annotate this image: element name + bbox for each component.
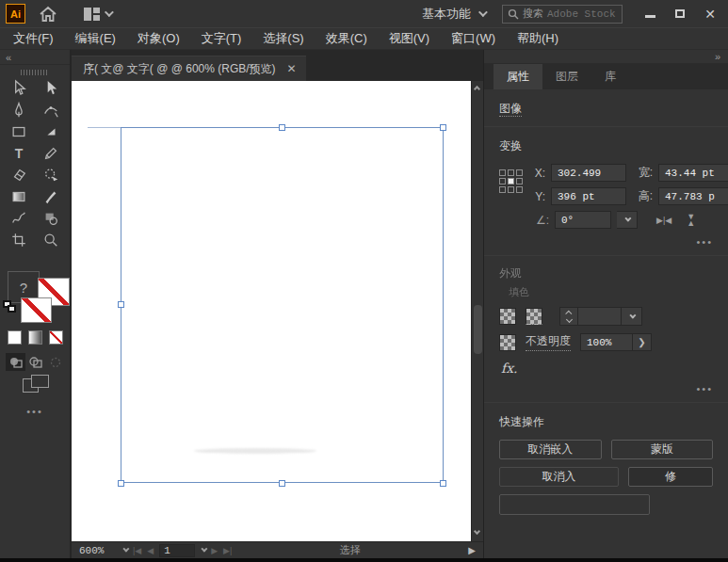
scrollbar-thumb[interactable] xyxy=(474,305,482,354)
menu-effect[interactable]: 效果(C) xyxy=(326,30,367,47)
flip-horizontal-icon[interactable]: ▶|◀ xyxy=(656,216,671,225)
opacity-field[interactable]: 100% xyxy=(580,333,633,351)
selection-tool[interactable] xyxy=(3,77,35,99)
zoom-level-field[interactable]: 600% xyxy=(75,545,117,556)
tab-close-icon[interactable]: ✕ xyxy=(287,62,297,75)
type-tool[interactable]: T xyxy=(3,142,35,164)
draw-behind-mode-button[interactable] xyxy=(25,353,45,371)
scroll-down-icon[interactable] xyxy=(474,528,480,535)
arrange-documents-button[interactable] xyxy=(84,8,111,21)
scroll-up-icon[interactable] xyxy=(474,86,480,92)
none-button[interactable] xyxy=(49,330,63,345)
draw-normal-mode-button[interactable] xyxy=(6,353,25,371)
selection-type-label: 图像 xyxy=(499,102,522,117)
artboard-number-field[interactable]: 1 xyxy=(159,544,195,557)
selection-handle-bottom-left[interactable] xyxy=(118,480,124,487)
stroke-weight-stepper[interactable] xyxy=(559,307,578,326)
artboard-tool[interactable] xyxy=(3,229,35,250)
width-field[interactable]: 43.44 pt xyxy=(658,164,728,182)
eraser-tool[interactable] xyxy=(3,164,35,185)
color-button[interactable] xyxy=(8,330,22,345)
panel-tabs: 属性 图层 库 xyxy=(484,64,728,89)
minimize-button[interactable] xyxy=(639,7,660,22)
opacity-label[interactable]: 不透明度 xyxy=(526,333,571,351)
curvature-tool[interactable] xyxy=(35,99,67,120)
panel-collapse-button[interactable]: » xyxy=(484,50,728,64)
zoom-tool[interactable] xyxy=(35,229,67,250)
canvas[interactable] xyxy=(72,81,471,541)
default-fill-stroke-icon[interactable] xyxy=(3,300,18,313)
maximize-button[interactable] xyxy=(670,7,690,22)
x-field[interactable]: 302.499 xyxy=(551,164,626,182)
document-tab-bar: 序( 文@ 文字( @ @ 600% (RGB/预览) ✕ xyxy=(72,50,483,81)
appearance-more-options[interactable]: ••• xyxy=(499,383,713,394)
stroke-weight-dropdown-icon[interactable] xyxy=(622,307,642,326)
pen-tool[interactable] xyxy=(3,99,35,120)
selection-stray-line xyxy=(88,127,121,128)
tools-drag-grip[interactable] xyxy=(21,70,49,75)
search-input[interactable]: 搜索 Adobe Stock xyxy=(502,5,623,24)
reference-point-selector[interactable] xyxy=(499,169,523,195)
menu-view[interactable]: 视图(V) xyxy=(389,30,429,47)
opacity-expand-icon[interactable]: ❯ xyxy=(633,333,652,351)
vertical-scrollbar[interactable] xyxy=(471,81,483,541)
selection-handle-bottom-mid[interactable] xyxy=(279,480,285,487)
selection-handle-left-mid[interactable] xyxy=(118,301,124,308)
stroke-color-swatch[interactable] xyxy=(21,297,52,323)
home-icon[interactable] xyxy=(39,6,57,23)
zoom-dropdown-icon[interactable] xyxy=(122,546,129,553)
blob-brush-tool[interactable] xyxy=(35,185,67,207)
y-field[interactable]: 396 pt xyxy=(551,187,626,205)
menu-select[interactable]: 选择(S) xyxy=(263,30,303,47)
gradient-tool[interactable] xyxy=(3,185,35,207)
menu-window[interactable]: 窗口(W) xyxy=(451,30,495,47)
search-icon xyxy=(508,8,519,20)
next-artboard-icon: ▶ xyxy=(211,546,218,555)
lasso-tool[interactable] xyxy=(35,164,67,185)
mask-button[interactable]: 蒙版 xyxy=(611,440,714,459)
menu-object[interactable]: 对象(O) xyxy=(138,30,180,47)
rotate-field[interactable]: 0° xyxy=(555,211,611,229)
selection-handle-bottom-right[interactable] xyxy=(440,480,446,487)
selection-handle-top-right[interactable] xyxy=(440,124,446,131)
screen-mode-icon[interactable] xyxy=(23,375,51,397)
tab-layers[interactable]: 图层 xyxy=(542,64,591,89)
menu-edit[interactable]: 编辑(E) xyxy=(75,30,116,47)
height-label: 高: xyxy=(632,188,653,204)
selection-handle-top-mid[interactable] xyxy=(279,124,285,131)
stroke-swatch-secondary[interactable] xyxy=(526,308,542,325)
transform-more-options[interactable]: ••• xyxy=(499,236,713,248)
free-transform-tool[interactable] xyxy=(35,120,67,142)
search-placeholder-brand: Adobe Stock xyxy=(547,8,616,20)
rotate-dropdown[interactable] xyxy=(617,211,638,229)
gradient-button[interactable] xyxy=(28,330,42,345)
pencil-tool[interactable] xyxy=(35,142,67,164)
fx-button[interactable]: fx. xyxy=(501,361,713,376)
direct-selection-tool[interactable] xyxy=(35,77,67,99)
stroke-swatch[interactable] xyxy=(499,308,516,325)
artboard-dropdown-icon[interactable] xyxy=(202,546,208,553)
menu-file[interactable]: 文件(F) xyxy=(13,30,54,47)
close-button[interactable]: ✕ xyxy=(700,7,720,22)
title-bar: Ai 基本功能 搜索 Adobe Stock ✕ xyxy=(0,0,728,28)
stroke-weight-field[interactable] xyxy=(578,307,622,326)
tools-collapse-button[interactable]: « xyxy=(0,50,70,65)
unembed-button[interactable]: 取消嵌入 xyxy=(499,440,602,459)
rectangle-tool[interactable] xyxy=(3,120,35,142)
tab-properties[interactable]: 属性 xyxy=(493,64,542,89)
opacity-swatch[interactable] xyxy=(499,334,516,351)
tab-libraries[interactable]: 库 xyxy=(591,64,629,89)
chevron-down-icon xyxy=(478,8,488,17)
glitch-empty-button xyxy=(499,494,650,515)
symbol-sprayer-tool[interactable] xyxy=(35,207,67,229)
flip-vertical-icon[interactable]: ▼▲ xyxy=(687,214,695,227)
selection-bounding-box[interactable] xyxy=(121,127,444,483)
menu-help[interactable]: 帮助(H) xyxy=(517,30,558,47)
document-tab[interactable]: 序( 文@ 文字( @ @ 600% (RGB/预览) ✕ xyxy=(72,56,306,81)
status-expand-icon[interactable]: ▶ xyxy=(468,545,479,555)
menu-type[interactable]: 文字(T) xyxy=(202,30,242,47)
height-field[interactable]: 47.783 p xyxy=(658,187,728,205)
workspace-switcher[interactable]: 基本功能 xyxy=(422,6,485,23)
edit-toolbar-button[interactable]: ••• xyxy=(0,406,70,417)
liquify-tool[interactable] xyxy=(3,207,35,229)
